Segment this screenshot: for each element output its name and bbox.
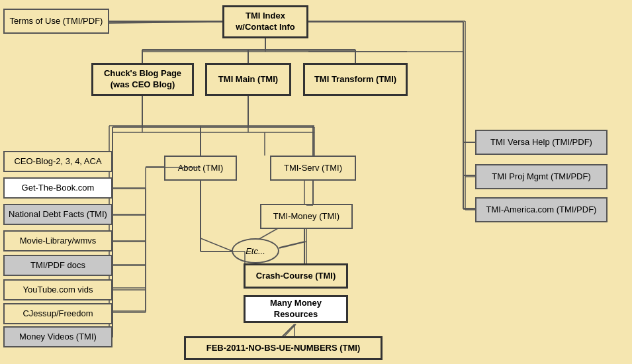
chucks-blog-label: Chuck's Blog Page(was CEO Blog): [104, 68, 181, 91]
tmi-america-label: TMI-America.com (TMI/PDF): [486, 205, 597, 216]
feb-2011-label: FEB-2011-NO-BS-UE-NUMBERS (TMI): [206, 343, 361, 354]
youtube-vids-box[interactable]: YouTube.com vids: [3, 279, 113, 300]
tmi-transform-box[interactable]: TMI Transform (TMI): [303, 63, 408, 96]
svg-line-23: [258, 228, 278, 240]
many-money-box[interactable]: Many MoneyResources: [244, 295, 348, 323]
tmi-transform-label: TMI Transform (TMI): [314, 74, 396, 85]
svg-line-97: [279, 242, 304, 248]
youtube-vids-label: YouTube.com vids: [23, 285, 93, 296]
tmi-serv-box[interactable]: TMI-Serv (TMI): [270, 156, 356, 181]
tmi-index-box[interactable]: TMI Indexw/Contact Info: [222, 5, 308, 38]
tmi-proj-mgmt-label: TMI Proj Mgmt (TMI/PDF): [492, 171, 591, 183]
tmi-serv-label: TMI-Serv (TMI): [284, 163, 342, 174]
tmi-america-box[interactable]: TMI-America.com (TMI/PDF): [475, 197, 608, 222]
tmi-main-box[interactable]: TMI Main (TMI): [205, 63, 291, 96]
diagram: TMI Indexw/Contact Info Terms of Use (TM…: [0, 0, 632, 364]
about-box[interactable]: About (TMI): [164, 156, 237, 181]
terms-of-use-label: Terms of Use (TMI/PDF): [10, 16, 103, 27]
tmi-pdf-docs-label: TMI/PDF docs: [30, 260, 85, 271]
etc-label: Etc...: [246, 246, 265, 256]
svg-line-0: [109, 22, 222, 23]
movie-library-label: Movie-Library/wmvs: [20, 236, 97, 247]
chucks-blog-box[interactable]: Chuck's Blog Page(was CEO Blog): [91, 63, 194, 96]
svg-line-100: [281, 324, 294, 338]
ceo-blog-label: CEO-Blog-2, 3, 4, ACA: [14, 156, 101, 167]
get-the-book-label: Get-The-Book.com: [22, 183, 95, 194]
cjessup-label: CJessup/Freedom: [23, 308, 93, 320]
feb-2011-box[interactable]: FEB-2011-NO-BS-UE-NUMBERS (TMI): [184, 336, 383, 360]
get-the-book-box[interactable]: Get-The-Book.com: [3, 177, 113, 199]
about-label: About (TMI): [178, 163, 224, 174]
tmi-money-box[interactable]: TMI-Money (TMI): [260, 204, 353, 229]
tmi-versa-help-box[interactable]: TMI Versa Help (TMI/PDF): [475, 130, 608, 155]
many-money-label: Many MoneyResources: [270, 298, 322, 320]
national-debt-box[interactable]: National Debt Facts (TMI): [3, 204, 113, 225]
money-videos-label: Money Videos (TMI): [19, 332, 97, 343]
money-videos-box[interactable]: Money Videos (TMI): [3, 326, 113, 347]
movie-library-box[interactable]: Movie-Library/wmvs: [3, 230, 113, 251]
svg-line-129: [279, 242, 306, 248]
tmi-money-label: TMI-Money (TMI): [273, 211, 339, 222]
tmi-proj-mgmt-box[interactable]: TMI Proj Mgmt (TMI/PDF): [475, 164, 608, 189]
tmi-versa-help-label: TMI Versa Help (TMI/PDF): [490, 137, 592, 148]
crash-course-label: Crash-Course (TMI): [256, 271, 336, 282]
terms-of-use-box[interactable]: Terms of Use (TMI/PDF): [3, 9, 109, 34]
svg-line-57: [201, 238, 232, 251]
etc-ellipse: Etc...: [232, 238, 279, 263]
svg-line-58: [281, 324, 294, 338]
svg-line-134: [285, 324, 296, 336]
crash-course-box[interactable]: Crash-Course (TMI): [244, 263, 348, 289]
tmi-pdf-docs-box[interactable]: TMI/PDF docs: [3, 255, 113, 276]
national-debt-label: National Debt Facts (TMI): [9, 209, 107, 220]
tmi-main-label: TMI Main (TMI): [218, 74, 278, 85]
tmi-index-label: TMI Indexw/Contact Info: [236, 11, 295, 33]
cjessup-box[interactable]: CJessup/Freedom: [3, 303, 113, 324]
ceo-blog-box[interactable]: CEO-Blog-2, 3, 4, ACA: [3, 151, 113, 172]
